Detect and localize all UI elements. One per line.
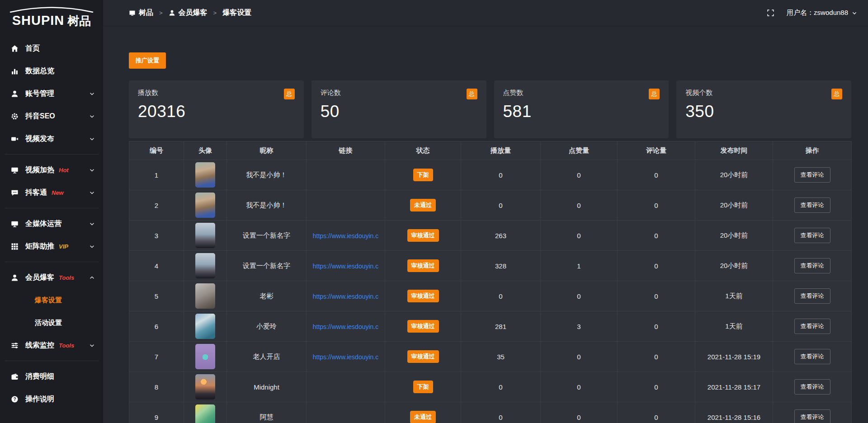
column-header: 昵称 <box>227 141 307 160</box>
status-cell: 审核通过 <box>385 281 461 311</box>
nickname: 设置一个新名字 <box>227 251 307 281</box>
total-badge: 总 <box>284 89 295 99</box>
avatar-cell <box>184 402 227 423</box>
breadcrumb-label: 爆客设置 <box>222 8 251 18</box>
sidebar-item-label: 抖音SEO <box>25 112 55 121</box>
topbar-right: 用户名：zswodun88 <box>767 9 857 17</box>
action-cell: 查看评论 <box>773 402 852 423</box>
breadcrumb-item[interactable]: 树品 <box>129 8 153 18</box>
link-cell: https://www.iesdouyin.c <box>307 221 385 251</box>
chevron-down-icon <box>89 221 95 227</box>
home-icon <box>11 45 19 52</box>
sidebar-item-label: 账号管理 <box>25 89 54 99</box>
username-menu[interactable]: 用户名：zswodun88 <box>787 9 857 17</box>
comment-count: 0 <box>618 402 695 423</box>
avatar-cell <box>184 311 227 342</box>
sidebar-subitem-baoke-settings[interactable]: 爆客设置 <box>0 289 103 311</box>
sidebar-item-video-publish[interactable]: 视频发布 <box>0 127 103 150</box>
wallet-icon <box>11 373 19 381</box>
play-count: 0 <box>461 372 541 402</box>
person-icon <box>169 9 175 16</box>
sidebar-item-video-heat[interactable]: 视频加热Hot <box>0 159 103 181</box>
view-comments-button[interactable]: 查看评论 <box>794 349 830 364</box>
like-count: 0 <box>541 190 618 221</box>
view-comments-button[interactable]: 查看评论 <box>794 258 830 273</box>
content: 推广设置 播放数总20316评论数总50点赞数总581视频个数总350 编号头像… <box>103 26 868 423</box>
view-comments-button[interactable]: 查看评论 <box>794 288 830 304</box>
promo-settings-button[interactable]: 推广设置 <box>129 52 166 69</box>
view-comments-button[interactable]: 查看评论 <box>794 319 830 334</box>
action-cell: 查看评论 <box>773 251 852 281</box>
sidebar-item-label: 抖客通 <box>25 188 47 197</box>
video-link[interactable]: https://www.iesdouyin.c <box>313 293 379 300</box>
video-link[interactable]: https://www.iesdouyin.c <box>313 353 379 361</box>
fullscreen-button[interactable] <box>767 9 774 16</box>
link-cell: https://www.iesdouyin.c <box>307 251 385 281</box>
video-table-wrap: 编号头像昵称链接状态播放量点赞量评论量发布时间操作1我不是小帅！下架00020小… <box>129 141 851 423</box>
fullscreen-icon <box>767 9 774 16</box>
table-row: 5老彬https://www.iesdouyin.c审核通过0001天前查看评论 <box>129 281 852 311</box>
status-badge: 未通过 <box>410 411 436 423</box>
status-badge: 审核通过 <box>407 290 439 302</box>
nickname: 老人开店 <box>227 342 307 372</box>
app-logo[interactable]: SHUPIN 树品 <box>0 0 103 33</box>
avatar <box>195 344 215 369</box>
view-comments-button[interactable]: 查看评论 <box>794 379 830 395</box>
play-count: 263 <box>461 221 541 251</box>
breadcrumb-item[interactable]: 会员爆客 <box>169 8 208 18</box>
sidebar-subitem-activity-settings[interactable]: 活动设置 <box>0 311 103 334</box>
stat-card-likes: 点赞数总581 <box>494 80 669 138</box>
sidebar-item-clue-monitor[interactable]: 线索监控Tools <box>0 334 103 357</box>
nickname: 我不是小帅！ <box>227 190 307 221</box>
stat-cards: 播放数总20316评论数总50点赞数总581视频个数总350 <box>129 80 851 138</box>
sidebar-divider <box>5 262 99 262</box>
sidebar-item-consumption-detail[interactable]: 消费明细 <box>0 365 103 388</box>
sidebar-item-matrix-boost[interactable]: 矩阵助推VIP <box>0 235 103 258</box>
like-count: 0 <box>541 221 618 251</box>
status-cell: 未通过 <box>385 190 461 221</box>
gear-icon <box>11 113 19 120</box>
link-cell: https://www.iesdouyin.c <box>307 281 385 311</box>
sidebar-item-member-baoke[interactable]: 会员爆客Tools <box>0 266 103 289</box>
video-link[interactable]: https://www.iesdouyin.c <box>313 263 379 270</box>
publish-time: 1天前 <box>695 281 773 311</box>
stat-label: 视频个数 <box>685 89 712 97</box>
view-comments-button[interactable]: 查看评论 <box>794 409 830 423</box>
avatar <box>195 253 215 278</box>
publish-time: 1天前 <box>695 311 773 342</box>
row-id: 7 <box>129 342 184 372</box>
video-link[interactable]: https://www.iesdouyin.c <box>313 323 379 330</box>
view-comments-button[interactable]: 查看评论 <box>794 167 830 183</box>
sidebar-item-home[interactable]: 首页 <box>0 37 103 60</box>
action-cell: 查看评论 <box>773 372 852 402</box>
view-comments-button[interactable]: 查看评论 <box>794 197 830 213</box>
sidebar-item-operation-guide[interactable]: ?操作说明 <box>0 388 103 410</box>
avatar-cell <box>184 190 227 221</box>
sidebar-item-label: 操作说明 <box>25 395 54 404</box>
sidebar-item-data-overview[interactable]: 数据总览 <box>0 60 103 82</box>
stat-label: 播放数 <box>138 89 158 97</box>
status-badge: 审核通过 <box>407 229 439 242</box>
comment-count: 0 <box>618 251 695 281</box>
video-link[interactable]: https://www.iesdouyin.c <box>313 232 379 240</box>
status-cell: 未通过 <box>385 402 461 423</box>
chevron-down-icon <box>89 167 95 173</box>
app-window: SHUPIN 树品 首页数据总览账号管理抖音SEO视频发布视频加热Hot抖客通N… <box>0 0 868 423</box>
play-count: 35 <box>461 342 541 372</box>
chevron-up-icon <box>89 275 95 281</box>
sidebar-item-media-operation[interactable]: 全媒体运营 <box>0 212 103 235</box>
sidebar-item-account-management[interactable]: 账号管理 <box>0 82 103 105</box>
sidebar-item-label: 视频加热 <box>25 165 54 175</box>
column-header: 操作 <box>773 141 852 160</box>
view-comments-button[interactable]: 查看评论 <box>794 228 830 243</box>
row-id: 4 <box>129 251 184 281</box>
column-header: 头像 <box>184 141 227 160</box>
table-row: 9阿慧未通过0002021-11-28 15:16查看评论 <box>129 402 852 423</box>
sidebar-item-douyin-seo[interactable]: 抖音SEO <box>0 105 103 127</box>
action-cell: 查看评论 <box>773 281 852 311</box>
row-id: 3 <box>129 221 184 251</box>
sidebar-item-doukertong[interactable]: 抖客通New <box>0 181 103 204</box>
stat-card-top: 视频个数总 <box>685 89 842 99</box>
total-badge: 总 <box>467 89 477 99</box>
question-circle-icon: ? <box>11 395 19 403</box>
